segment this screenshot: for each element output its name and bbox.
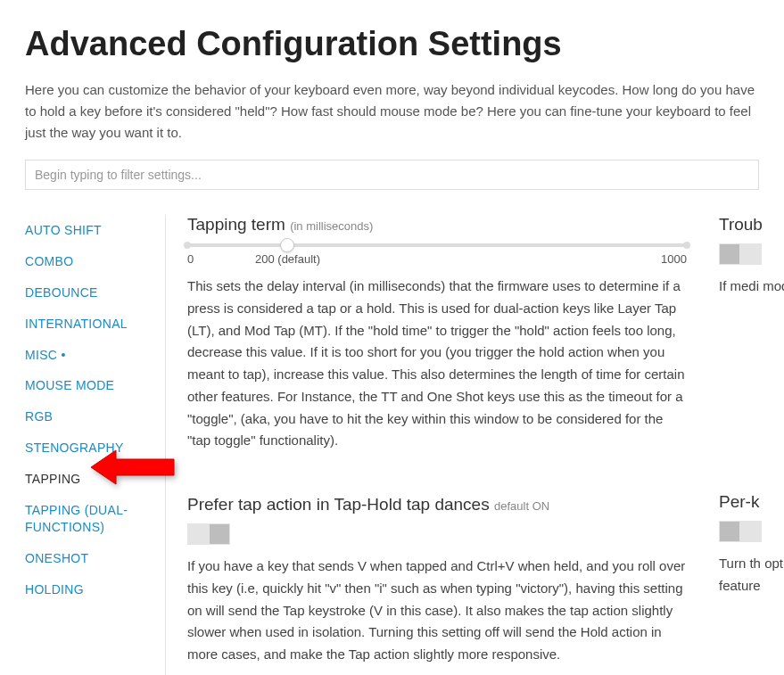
setting-title-hint: default ON [494,499,549,513]
setting-desc: This sets the delay interval (in millise… [187,276,687,452]
setting-per-key: Per-k Turn th option you're combin featu… [719,492,784,597]
sidebar-item-auto-shift[interactable]: AUTO SHIFT [25,215,154,246]
sidebar-item-tapping-dual[interactable]: TAPPING (DUAL-FUNCTIONS) [25,495,154,543]
slider-labels: 0 200 (default) 1000 [187,252,687,268]
setting-title-text: Troub [719,215,763,234]
sidebar-item-holding[interactable]: HOLDING [25,574,154,605]
sidebar-item-oneshot[interactable]: ONESHOT [25,543,154,574]
tapping-term-slider[interactable] [187,243,687,247]
setting-tapping-term: Tapping term (in milliseconds) 0 200 (de… [187,215,687,452]
sidebar-item-tapping[interactable]: TAPPING [25,464,154,495]
per-key-toggle[interactable] [719,521,762,542]
setting-title: Per-k [719,492,784,512]
setting-desc: If medi modifie [719,276,784,298]
setting-title-hint: (in milliseconds) [290,219,373,233]
slider-min-label: 0 [187,252,194,266]
setting-prefer-tap: Prefer tap action in Tap-Hold tap dances… [187,495,687,666]
setting-title-text: Prefer tap action in Tap-Hold tap dances [187,495,490,514]
setting-desc: If you have a key that sends V when tapp… [187,556,687,666]
setting-desc: Turn th option you're combin feature [719,553,784,597]
sidebar-item-stenography[interactable]: STENOGRAPHY [25,432,154,464]
sidebar-item-debounce[interactable]: DEBOUNCE [25,277,154,309]
sidebar-item-mouse-mode[interactable]: MOUSE MODE [25,370,154,401]
settings-sidebar: AUTO SHIFT COMBO DEBOUNCE INTERNATIONAL … [25,215,166,675]
setting-title: Prefer tap action in Tap-Hold tap dances… [187,495,687,514]
slider-thumb[interactable] [280,238,294,252]
troubleshoot-toggle[interactable] [719,243,762,265]
sidebar-item-combo[interactable]: COMBO [25,246,154,277]
page-intro: Here you can customize the behavior of y… [25,79,759,144]
slider-default-label: 200 (default) [255,252,320,266]
prefer-tap-toggle[interactable] [187,523,230,545]
setting-title-text: Per-k [719,492,759,511]
setting-title: Troub [719,215,784,235]
slider-max-label: 1000 [661,252,687,266]
setting-title-text: Tapping term [187,215,285,234]
sidebar-item-rgb[interactable]: RGB [25,401,154,432]
sidebar-item-misc[interactable]: MISC • [25,340,154,371]
setting-troubleshoot: Troub If medi modifie [719,215,784,298]
setting-title: Tapping term (in milliseconds) [187,215,687,235]
page-title: Advanced Configuration Settings [25,25,759,63]
filter-input[interactable] [25,160,759,190]
sidebar-item-international[interactable]: INTERNATIONAL [25,309,154,340]
